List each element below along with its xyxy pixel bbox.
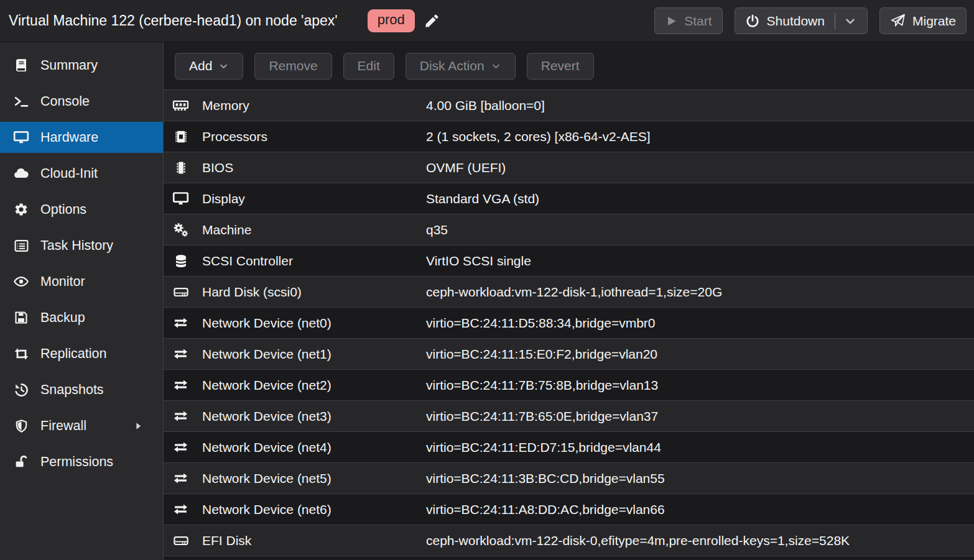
hdd-icon — [172, 533, 189, 549]
sidebar-item-permissions[interactable]: Permissions — [0, 446, 163, 477]
sidebar-item-options[interactable]: Options — [0, 194, 163, 225]
hw-row-value: virtio=BC:24:11:D5:88:34,bridge=vmbr0 — [426, 316, 655, 331]
exchange-icon — [172, 470, 189, 487]
remove-button[interactable]: Remove — [254, 53, 332, 80]
hw-row-value: virtio=BC:24:11:7B:65:0E,bridge=vlan37 — [426, 409, 658, 424]
sidebar-item-label: Monitor — [40, 274, 85, 290]
sidebar-item-replication[interactable]: Replication — [0, 338, 163, 369]
add-button[interactable]: Add — [175, 53, 243, 80]
sidebar-item-console[interactable]: Console — [0, 86, 163, 117]
hw-row-hard-disk[interactable]: Hard Disk (scsi0) ceph-workload:vm-122-d… — [164, 277, 974, 308]
hw-row-value: OVMF (UEFI) — [426, 160, 506, 175]
hw-row-label: Network Device (net2) — [202, 378, 426, 393]
start-button[interactable]: Start — [654, 7, 722, 34]
hw-row-label: Hard Disk (scsi0) — [202, 285, 426, 300]
chevron-down-icon — [491, 61, 501, 71]
sidebar-item-label: Snapshots — [40, 382, 104, 398]
hw-row-label: Network Device (net3) — [202, 409, 426, 424]
hw-row-value: ceph-workload:vm-122-disk-0,efitype=4m,p… — [426, 533, 850, 548]
hw-row-label: Display — [202, 191, 426, 206]
hw-row-net3[interactable]: Network Device (net3) virtio=BC:24:11:7B… — [164, 401, 974, 432]
shutdown-button[interactable]: Shutdown — [735, 7, 868, 34]
hw-row-net0[interactable]: Network Device (net0) virtio=BC:24:11:D5… — [164, 308, 974, 339]
hw-row-value: virtio=BC:24:11:3B:BC:CD,bridge=vlan55 — [426, 471, 665, 486]
desktop-icon — [10, 129, 32, 145]
hdd-icon — [172, 284, 189, 300]
hardware-toolbar: Add Remove Edit Disk Action Revert — [164, 42, 974, 90]
retweet-icon — [10, 346, 32, 362]
shutdown-menu-chevron-down-icon[interactable] — [843, 14, 857, 28]
revert-button[interactable]: Revert — [527, 53, 594, 80]
sidebar-item-label: Cloud-Init — [40, 166, 98, 181]
hw-row-label: Processors — [202, 129, 426, 144]
list-icon — [10, 238, 32, 254]
exchange-icon — [172, 501, 189, 518]
gear-icon — [10, 202, 32, 217]
sidebar-item-monitor[interactable]: Monitor — [0, 266, 163, 297]
sidebar-item-summary[interactable]: Summary — [0, 50, 163, 81]
hw-row-label: Machine — [202, 223, 426, 237]
hw-row-memory[interactable]: Memory 4.00 GiB [balloon=0] — [164, 90, 974, 121]
migrate-button[interactable]: Migrate — [879, 7, 967, 34]
sidebar-item-task-history[interactable]: Task History — [0, 230, 163, 261]
hw-row-net5[interactable]: Network Device (net5) virtio=BC:24:11:3B… — [164, 463, 974, 494]
vm-header: Virtual Machine 122 (cerbere-head1) on n… — [0, 0, 974, 42]
hardware-table: Memory 4.00 GiB [balloon=0] Processors 2… — [164, 90, 974, 560]
sidebar-item-backup[interactable]: Backup — [0, 302, 163, 333]
hw-row-value: Standard VGA (std) — [426, 191, 539, 206]
unlock-icon — [10, 454, 32, 470]
sidebar-item-label: Options — [40, 202, 86, 218]
page-title: Virtual Machine 122 (cerbere-head1) on n… — [9, 12, 338, 29]
chevron-down-icon — [218, 61, 229, 71]
database-icon — [172, 254, 189, 269]
sidebar-item-label: Backup — [40, 310, 85, 326]
hw-row-value: 2 (1 sockets, 2 cores) [x86-64-v2-AES] — [426, 129, 651, 144]
cogs-icon — [172, 221, 189, 238]
hw-row-processors[interactable]: Processors 2 (1 sockets, 2 cores) [x86-6… — [164, 121, 974, 152]
hw-row-value: ceph-workload:vm-122-disk-1,iothread=1,s… — [426, 285, 722, 300]
cpu-icon — [172, 129, 189, 145]
caret-right-icon — [134, 421, 143, 431]
hw-row-net2[interactable]: Network Device (net2) virtio=BC:24:11:7B… — [164, 370, 974, 401]
shield-icon — [10, 419, 32, 433]
sidebar-item-hardware[interactable]: Hardware — [0, 122, 163, 153]
play-icon — [665, 15, 677, 27]
hw-row-efi-disk[interactable]: EFI Disk ceph-workload:vm-122-disk-0,efi… — [164, 525, 974, 556]
book-icon — [10, 58, 32, 73]
hw-row-scsi-controller[interactable]: SCSI Controller VirtIO SCSI single — [164, 246, 974, 277]
sidebar-item-firewall[interactable]: Firewall — [0, 410, 163, 441]
hw-row-label: BIOS — [202, 160, 426, 175]
hw-row-label: Network Device (net4) — [202, 440, 426, 455]
hw-row-net4[interactable]: Network Device (net4) virtio=BC:24:11:ED… — [164, 432, 974, 463]
hw-row-net6[interactable]: Network Device (net6) virtio=BC:24:11:A8… — [164, 494, 974, 525]
hw-row-net1[interactable]: Network Device (net1) virtio=BC:24:11:15… — [164, 339, 974, 370]
hw-row-label: Network Device (net1) — [202, 347, 426, 362]
vm-sidebar: Summary Console Hardware Cloud-Init Opti — [0, 42, 164, 560]
hw-row-bios[interactable]: BIOS OVMF (UEFI) — [164, 152, 974, 183]
hw-row-machine[interactable]: Machine q35 — [164, 214, 974, 246]
sidebar-item-label: Firewall — [40, 418, 86, 434]
hw-row-label: Network Device (net0) — [202, 316, 426, 331]
sidebar-item-label: Hardware — [40, 130, 98, 145]
bios-chip-icon — [172, 160, 189, 175]
hw-row-label: Network Device (net5) — [202, 471, 426, 486]
sidebar-item-cloud-init[interactable]: Cloud-Init — [0, 158, 163, 189]
power-icon — [745, 14, 760, 29]
hw-row-label: EFI Disk — [202, 533, 426, 548]
disk-action-button[interactable]: Disk Action — [406, 53, 516, 80]
exchange-icon — [172, 439, 189, 456]
hw-row-display[interactable]: Display Standard VGA (std) — [164, 183, 974, 214]
hw-row-value: virtio=BC:24:11:ED:D7:15,bridge=vlan44 — [426, 440, 661, 455]
hw-row-label: SCSI Controller — [202, 254, 426, 269]
sidebar-item-label: Summary — [40, 58, 98, 73]
edit-tags-icon[interactable] — [424, 13, 440, 29]
exchange-icon — [172, 346, 189, 362]
exchange-icon — [172, 377, 189, 393]
hw-row-value: 4.00 GiB [balloon=0] — [426, 98, 545, 113]
sidebar-item-label: Console — [40, 94, 90, 109]
eye-icon — [10, 273, 32, 290]
sidebar-item-snapshots[interactable]: Snapshots — [0, 374, 163, 405]
display-icon — [172, 190, 189, 207]
edit-button[interactable]: Edit — [343, 53, 394, 80]
sidebar-item-label: Permissions — [40, 454, 113, 470]
